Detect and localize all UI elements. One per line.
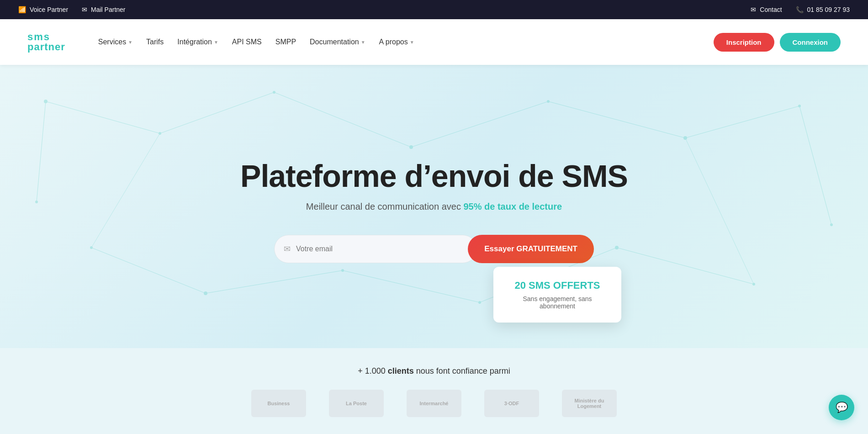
chevron-down-icon: ▼ xyxy=(214,40,218,45)
hero-form-container: ✉ Essayer GRATUITEMENT 20 SMS OFFERTS Sa… xyxy=(274,235,594,263)
mail-partner-link[interactable]: ✉ Mail Partner xyxy=(82,6,125,13)
svg-line-26 xyxy=(37,101,46,202)
chevron-down-icon: ▼ xyxy=(361,40,365,45)
voice-partner-link[interactable]: 📶 Voice Partner xyxy=(18,6,68,13)
svg-line-23 xyxy=(343,270,480,302)
svg-line-18 xyxy=(411,101,548,147)
nav-documentation[interactable]: Documentation ▼ xyxy=(304,34,371,50)
chevron-down-icon: ▼ xyxy=(128,40,132,45)
logo[interactable]: sms partner xyxy=(27,32,65,52)
send-icon: ✉ xyxy=(82,6,87,13)
phone-number: 01 85 09 27 93 xyxy=(807,6,850,13)
clients-bold: clients xyxy=(388,366,414,376)
contact-icon: ✉ xyxy=(751,6,756,13)
connexion-button[interactable]: Connexion xyxy=(780,33,841,52)
client-logo-intermarche: Intermarché xyxy=(407,390,461,417)
contact-label: Contact xyxy=(760,6,782,13)
voice-partner-label: Voice Partner xyxy=(30,6,68,13)
top-bar-left: 📶 Voice Partner ✉ Mail Partner xyxy=(18,6,737,13)
svg-line-29 xyxy=(685,138,754,284)
top-bar: 📶 Voice Partner ✉ Mail Partner ✉ Contact… xyxy=(0,0,868,19)
wifi-icon: 📶 xyxy=(18,6,26,13)
nav-links: Services ▼ Tarifs Intégration ▼ API SMS … xyxy=(93,34,714,50)
svg-line-27 xyxy=(799,106,831,225)
svg-line-20 xyxy=(685,106,799,138)
clients-title: + 1.000 clients nous font confiance parm… xyxy=(358,366,510,376)
contact-link[interactable]: ✉ Contact xyxy=(751,6,782,13)
nav-tarifs[interactable]: Tarifs xyxy=(141,34,169,50)
nav-integration[interactable]: Intégration ▼ xyxy=(172,34,224,50)
clients-section: + 1.000 clients nous font confiance parm… xyxy=(0,348,868,434)
svg-line-17 xyxy=(274,92,411,147)
phone-icon: 📞 xyxy=(796,6,804,13)
clients-logos: Business La Poste Intermarché 3·ODF Mini… xyxy=(251,390,617,417)
inscription-button[interactable]: Inscription xyxy=(714,33,774,52)
popup-sub: Sans engagement, sans abonnement xyxy=(512,295,603,310)
svg-line-28 xyxy=(91,133,160,248)
popup-title: 20 SMS OFFERTS xyxy=(512,280,603,291)
chat-bubble[interactable]: 💬 xyxy=(829,395,854,420)
navbar: sms partner Services ▼ Tarifs Intégratio… xyxy=(0,19,868,65)
clients-count-after: nous font confiance parmi xyxy=(414,366,510,376)
phone-link[interactable]: 📞 01 85 09 27 93 xyxy=(796,6,850,13)
hero-form: ✉ Essayer GRATUITEMENT xyxy=(274,235,594,263)
nav-api-sms[interactable]: API SMS xyxy=(227,34,267,50)
logo-sms: sms xyxy=(27,32,65,42)
nav-services[interactable]: Services ▼ xyxy=(93,34,138,50)
chat-icon: 💬 xyxy=(836,402,848,413)
sms-offer-popup: 20 SMS OFFERTS Sans engagement, sans abo… xyxy=(493,267,621,323)
logo-partner: partner xyxy=(27,42,65,52)
svg-line-22 xyxy=(206,270,343,293)
mail-partner-label: Mail Partner xyxy=(91,6,125,13)
nav-apropos[interactable]: A propos ▼ xyxy=(374,34,420,50)
svg-line-25 xyxy=(617,248,754,284)
email-input[interactable] xyxy=(296,245,467,253)
chevron-down-icon: ▼ xyxy=(410,40,414,45)
try-button[interactable]: Essayer GRATUITEMENT xyxy=(468,235,594,263)
top-bar-right: ✉ Contact 📞 01 85 09 27 93 xyxy=(751,6,850,13)
client-logo-3odf: 3·ODF xyxy=(484,390,539,417)
email-input-wrapper: ✉ xyxy=(274,235,477,263)
nav-buttons: Inscription Connexion xyxy=(714,33,841,52)
svg-line-15 xyxy=(46,101,160,133)
client-logo-laposte: La Poste xyxy=(329,390,384,417)
envelope-icon: ✉ xyxy=(284,244,291,254)
client-logo-business: Business xyxy=(251,390,306,417)
svg-line-19 xyxy=(548,101,685,138)
hero-section: Plateforme d’envoi de SMS Meilleur canal… xyxy=(0,65,868,348)
nav-smpp[interactable]: SMPP xyxy=(270,34,302,50)
network-bg xyxy=(0,65,868,348)
client-logo-ministere: Ministère du Logement xyxy=(562,390,617,417)
clients-count-before: + 1.000 xyxy=(358,366,388,376)
svg-line-21 xyxy=(91,248,206,293)
svg-line-16 xyxy=(160,92,274,133)
